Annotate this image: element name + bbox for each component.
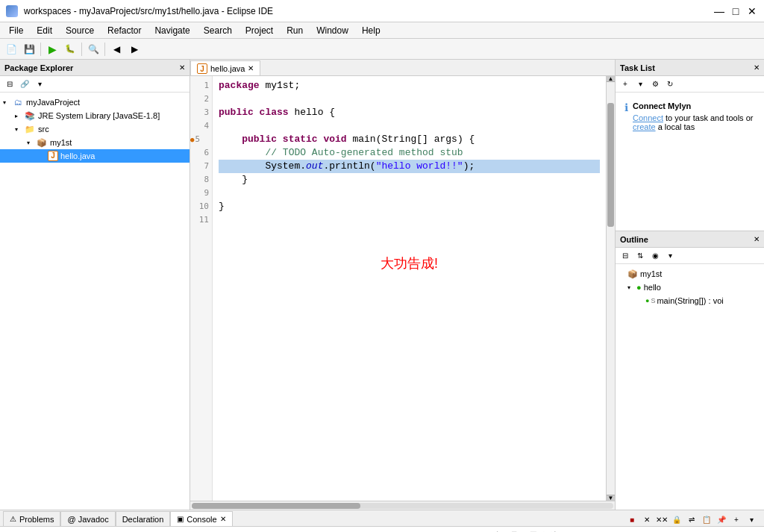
- horizontal-scrollbar[interactable]: [190, 501, 615, 510]
- code-line-2: [219, 93, 600, 106]
- menu-item-navigate[interactable]: Navigate: [148, 24, 195, 37]
- titlebar-title: workspaces - myJavaProject/src/my1st/hel…: [24, 6, 707, 16]
- create-link[interactable]: create: [633, 122, 656, 131]
- tree-item-src[interactable]: ▾ 📁 src: [0, 122, 190, 136]
- filter-tasks-button[interactable]: ▾: [633, 78, 647, 91]
- code-line-11: [219, 213, 600, 227]
- expand-package-icon: ▾: [27, 140, 36, 146]
- outline-item-package[interactable]: 📦 my1st: [616, 267, 764, 281]
- project-label: myJavaProject: [26, 98, 80, 107]
- new-file-button[interactable]: 📄: [3, 41, 19, 57]
- pin-console-button[interactable]: 📌: [715, 513, 728, 526]
- bottom-area: ⚠ Problems @ Javadoc Declaration ▣ Conso…: [0, 510, 764, 532]
- scroll-up-button[interactable]: ▲: [607, 76, 615, 82]
- minimize-button[interactable]: —: [713, 5, 725, 17]
- problems-icon: ⚠: [10, 515, 16, 523]
- outline-close-icon[interactable]: ✕: [754, 235, 760, 243]
- task-refresh-button[interactable]: ↻: [663, 78, 677, 91]
- expand-jre-icon: ▸: [15, 113, 24, 119]
- toolbar-separator-3: [104, 43, 105, 56]
- close-button[interactable]: ✕: [746, 5, 758, 17]
- editor-content: 1 2 3 4 ●5 6 7 8 9 10 11 package my1st; …: [190, 76, 615, 501]
- code-line-7: System.out.println("hello world!!");: [219, 160, 600, 173]
- outline-method-visibility: S: [651, 297, 655, 304]
- menu-item-file[interactable]: File: [3, 24, 29, 37]
- outline-package-icon: 📦: [627, 269, 638, 279]
- tree-item-package[interactable]: ▾ 📦 my1st: [0, 136, 190, 149]
- maximize-button[interactable]: □: [730, 5, 742, 17]
- link-with-editor-button[interactable]: 🔗: [18, 78, 31, 91]
- tab-declaration[interactable]: Declaration: [116, 511, 171, 526]
- package-explorer-header: Package Explorer ✕: [0, 60, 190, 76]
- new-console-button[interactable]: +: [730, 513, 743, 526]
- code-line-3: public class hello {: [219, 106, 600, 119]
- editor-tab-hello-java[interactable]: J hello.java ✕: [190, 60, 260, 75]
- outline-toolbar: ⊟ ⇅ ◉ ▾: [616, 248, 764, 264]
- outline-class-icon: ●: [636, 283, 642, 292]
- tree-item-hello-java[interactable]: J hello.java: [0, 149, 190, 163]
- run-button[interactable]: ▶: [44, 41, 60, 57]
- tree-item-project[interactable]: ▾ 🗂 myJavaProject: [0, 96, 190, 109]
- back-button[interactable]: ◀: [108, 41, 125, 57]
- menu-item-edit[interactable]: Edit: [31, 24, 58, 37]
- outline-hide-fields-button[interactable]: ◉: [648, 249, 662, 263]
- outline-collapse-button[interactable]: ⊟: [619, 249, 632, 263]
- console-toolbar: ■ ✕ ✕✕ 🔒 ⇌ 📋 📌 + ▾: [625, 513, 761, 526]
- code-editor[interactable]: package my1st; public class hello { publ…: [213, 76, 606, 501]
- tree-item-jre[interactable]: ▸ 📚 JRE System Library [JavaSE-1.8]: [0, 109, 190, 122]
- remove-all-button[interactable]: ✕✕: [655, 513, 668, 526]
- task-settings-button[interactable]: ⚙: [648, 78, 662, 91]
- package-explorer: Package Explorer ✕ ⊟ 🔗 ▾ ▾ 🗂 myJavaProje…: [0, 60, 190, 510]
- menu-item-window[interactable]: Window: [310, 24, 354, 37]
- forward-button[interactable]: ▶: [126, 41, 143, 57]
- package-tree: ▾ 🗂 myJavaProject ▸ 📚 JRE System Library…: [0, 93, 190, 510]
- close-tab-icon[interactable]: ✕: [248, 64, 254, 72]
- task-list-toolbar: + ▾ ⚙ ↻: [616, 76, 764, 93]
- tab-javadoc[interactable]: @ Javadoc: [60, 511, 115, 526]
- outline-sort-button[interactable]: ⇅: [633, 249, 647, 263]
- collapse-all-button[interactable]: ⊟: [3, 78, 16, 91]
- debug-button[interactable]: 🐛: [62, 41, 78, 57]
- connect-link[interactable]: Connect: [633, 113, 663, 122]
- vertical-scrollbar[interactable]: ▲ ▼: [606, 76, 615, 501]
- problems-label: Problems: [19, 515, 54, 524]
- outline-item-method[interactable]: ● S main(String[]) : voi: [616, 294, 764, 307]
- outline-method-label: main(String[]) : voi: [657, 296, 723, 305]
- package-explorer-close-icon[interactable]: ✕: [179, 63, 185, 72]
- menu-item-help[interactable]: Help: [356, 24, 386, 37]
- task-list-header: Task List ✕: [616, 60, 764, 76]
- tab-console[interactable]: ▣ Console ✕: [170, 511, 232, 526]
- code-line-6: // TODO Auto-generated method stub: [219, 146, 600, 160]
- new-task-button[interactable]: +: [619, 78, 632, 91]
- outline-settings-button[interactable]: ▾: [663, 249, 677, 263]
- console-label: Console: [187, 515, 216, 524]
- task-list-close-icon[interactable]: ✕: [754, 63, 760, 72]
- outline-class-label: hello: [644, 283, 661, 292]
- src-label: src: [38, 125, 49, 134]
- word-wrap-button[interactable]: ⇌: [685, 513, 698, 526]
- view-menu-button[interactable]: ▾: [33, 78, 46, 91]
- open-console-button[interactable]: 📋: [700, 513, 713, 526]
- close-console-tab-icon[interactable]: ✕: [220, 515, 226, 523]
- search-button[interactable]: 🔍: [85, 41, 101, 57]
- outline-panel: Outline ✕ ⊟ ⇅ ◉ ▾ 📦 my1st ▾ ●: [616, 231, 764, 510]
- javadoc-label: @ Javadoc: [67, 515, 108, 524]
- save-button[interactable]: 💾: [21, 41, 37, 57]
- right-panel: Task List ✕ + ▾ ⚙ ↻ ℹ Connect Mylyn Conn…: [615, 60, 764, 510]
- toolbar-separator: [40, 43, 41, 56]
- terminate-button[interactable]: ■: [625, 513, 639, 526]
- tab-problems[interactable]: ⚠ Problems: [3, 511, 60, 526]
- scroll-lock-button[interactable]: 🔒: [670, 513, 683, 526]
- menu-item-source[interactable]: Source: [60, 24, 100, 37]
- package-explorer-toolbar: ⊟ 🔗 ▾: [0, 76, 190, 93]
- scroll-thumb: [607, 103, 614, 227]
- scroll-down-button[interactable]: ▼: [607, 495, 615, 501]
- outline-item-class[interactable]: ▾ ● hello: [616, 281, 764, 294]
- menu-item-run[interactable]: Run: [281, 24, 309, 37]
- outline-title: Outline: [620, 235, 648, 244]
- console-view-menu-button[interactable]: ▾: [745, 513, 758, 526]
- menu-item-refactor[interactable]: Refactor: [101, 24, 147, 37]
- remove-button[interactable]: ✕: [640, 513, 654, 526]
- menu-item-project[interactable]: Project: [239, 24, 279, 37]
- menu-item-search[interactable]: Search: [198, 24, 238, 37]
